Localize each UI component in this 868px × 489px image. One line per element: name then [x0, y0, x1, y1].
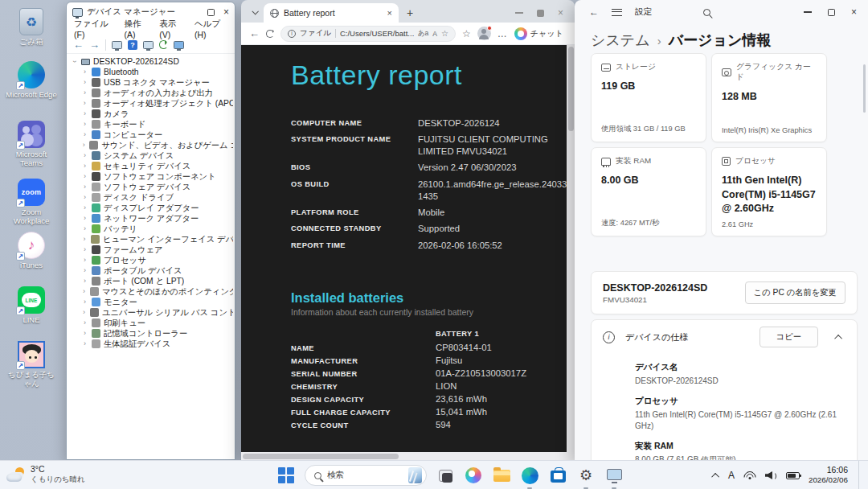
- chevron-right-icon[interactable]: ›: [81, 215, 88, 222]
- help-icon[interactable]: ?: [128, 40, 137, 50]
- scrollbar-thumb[interactable]: [243, 454, 399, 459]
- forward-icon[interactable]: →: [89, 39, 100, 50]
- desktop-icon-recycle-bin[interactable]: ♻ ごみ箱: [5, 8, 58, 47]
- tab-battery-report[interactable]: Battery report ×: [264, 3, 399, 23]
- chevron-expanded-icon[interactable]: ›: [71, 60, 78, 63]
- chevron-right-icon[interactable]: ›: [81, 236, 88, 243]
- info-icon[interactable]: i: [288, 30, 296, 38]
- show-desktop-button[interactable]: [858, 461, 862, 489]
- vertical-scrollbar[interactable]: [567, 45, 575, 452]
- device-category-row[interactable]: › マウスとそのほかのポインティング デバイス: [71, 286, 233, 297]
- scan-hardware-changes-icon[interactable]: [159, 40, 168, 49]
- device-category-row[interactable]: › モニター: [71, 297, 233, 307]
- computer-scan-icon[interactable]: [174, 41, 184, 49]
- device-manager-button[interactable]: [604, 461, 624, 489]
- device-category-row[interactable]: › Bluetooth: [71, 67, 233, 77]
- device-category-row[interactable]: › セキュリティ デバイス: [71, 161, 233, 171]
- device-category-row[interactable]: › サウンド、ビデオ、およびゲーム コントローラー: [71, 140, 233, 150]
- device-category-row[interactable]: › ネットワーク アダプター: [71, 213, 233, 224]
- chevron-right-icon[interactable]: ›: [81, 340, 88, 347]
- show-console-tree-icon[interactable]: [112, 41, 122, 49]
- chevron-right-icon[interactable]: ›: [81, 183, 88, 191]
- menu-item[interactable]: 表示(V): [159, 18, 184, 39]
- device-category-row[interactable]: › オーディオの入力および出力: [71, 88, 233, 98]
- device-category-row[interactable]: › 生体認証デバイス: [71, 339, 233, 349]
- chevron-right-icon[interactable]: ›: [81, 142, 86, 149]
- back-icon[interactable]: ←: [589, 7, 599, 17]
- minimize-button[interactable]: [804, 11, 812, 12]
- tab-close-icon[interactable]: ×: [387, 8, 392, 18]
- device-category-row[interactable]: › オーディオ処理オブジェクト (APO): [71, 98, 233, 109]
- wifi-icon[interactable]: [743, 471, 756, 480]
- close-button[interactable]: ×: [223, 7, 229, 17]
- breadcrumb-system[interactable]: システム: [591, 31, 650, 50]
- hidden-icons-chevron[interactable]: [711, 472, 719, 480]
- device-specifications-header[interactable]: i デバイスの仕様 コピー: [592, 320, 857, 354]
- microsoft-store-button[interactable]: [548, 461, 567, 489]
- chevron-right-icon[interactable]: ›: [81, 246, 88, 253]
- device-tree-root[interactable]: › DESKTOP-2026124SD: [71, 56, 233, 67]
- desktop-icon-edge[interactable]: ↗ Microsoft Edge: [5, 61, 58, 100]
- edge-button[interactable]: [520, 461, 539, 489]
- device-category-row[interactable]: › キーボード: [71, 119, 233, 129]
- maximize-button[interactable]: [537, 10, 544, 17]
- chevron-right-icon[interactable]: ›: [81, 121, 88, 128]
- chevron-right-icon[interactable]: ›: [81, 162, 88, 170]
- translate-icon[interactable]: あa: [418, 29, 428, 39]
- task-view-button[interactable]: [436, 461, 455, 489]
- new-tab-button[interactable]: +: [407, 7, 413, 18]
- menu-item[interactable]: ファイル(F): [74, 18, 114, 39]
- device-category-row[interactable]: › ディスク ドライブ: [71, 192, 233, 203]
- start-button[interactable]: [276, 461, 296, 489]
- device-category-row[interactable]: › システム デバイス: [71, 150, 233, 161]
- settings-more-icon[interactable]: …: [497, 28, 508, 39]
- device-category-row[interactable]: › ポータブル デバイス: [71, 265, 233, 276]
- favorites-bar-icon[interactable]: ☆: [462, 28, 471, 39]
- chevron-right-icon[interactable]: ›: [81, 225, 88, 232]
- horizontal-scrollbar[interactable]: [241, 452, 567, 460]
- favorite-star-icon[interactable]: ☆: [441, 29, 448, 38]
- search-icon[interactable]: [703, 9, 710, 16]
- chevron-right-icon[interactable]: ›: [81, 89, 88, 97]
- settings-button[interactable]: ⚙: [576, 461, 596, 489]
- device-category-row[interactable]: › ソフトウェア コンポーネント: [71, 171, 233, 182]
- maximize-button[interactable]: [207, 9, 215, 16]
- device-category-row[interactable]: › USB コネクタ マネージャー: [71, 77, 233, 88]
- vertical-scrollbar[interactable]: [863, 64, 866, 113]
- collapse-chevron-icon[interactable]: [834, 334, 842, 342]
- chevron-right-icon[interactable]: ›: [81, 173, 88, 180]
- desktop-icon-itunes[interactable]: ♪ ↗ iTunes: [5, 232, 58, 270]
- weather-widget[interactable]: 3°C くもりのち晴れ: [6, 464, 85, 484]
- chevron-right-icon[interactable]: ›: [81, 288, 87, 295]
- refresh-icon[interactable]: [266, 30, 274, 38]
- file-explorer-button[interactable]: [492, 461, 511, 489]
- address-bar[interactable]: i ファイル C:/Users/USER/batt... あa A ☆: [280, 26, 456, 42]
- device-category-row[interactable]: › バッテリ: [71, 224, 233, 234]
- settings-titlebar[interactable]: ← 設定 ×: [575, 0, 868, 24]
- back-icon[interactable]: ←: [249, 28, 260, 39]
- chevron-right-icon[interactable]: ›: [81, 79, 88, 86]
- copy-button[interactable]: コピー: [760, 327, 818, 347]
- desktop-icon-zoom[interactable]: zoom ↗ Zoom Workplace: [5, 179, 58, 226]
- volume-icon[interactable]: [765, 471, 777, 480]
- copilot-button[interactable]: チャット: [514, 27, 563, 40]
- desktop-icon-line[interactable]: LINE ↗ LINE: [5, 286, 58, 325]
- read-aloud-icon[interactable]: A: [432, 30, 437, 38]
- chevron-right-icon[interactable]: ›: [81, 257, 88, 264]
- chevron-right-icon[interactable]: ›: [81, 319, 88, 327]
- chevron-right-icon[interactable]: ›: [81, 194, 88, 201]
- maximize-button[interactable]: [828, 9, 835, 16]
- clock[interactable]: 16:06 2026/02/06: [809, 465, 848, 486]
- device-category-row[interactable]: › ヒューマン インターフェイス デバイス: [71, 234, 233, 244]
- device-category-row[interactable]: › ソフトウェア デバイス: [71, 182, 233, 192]
- device-category-row[interactable]: › コンピューター: [71, 129, 233, 140]
- chevron-right-icon[interactable]: ›: [81, 131, 88, 138]
- chevron-right-icon[interactable]: ›: [81, 267, 88, 274]
- chevron-right-icon[interactable]: ›: [81, 298, 88, 306]
- properties-icon[interactable]: [143, 41, 154, 49]
- menu-item[interactable]: ヘルプ(H): [194, 18, 227, 39]
- rename-pc-button[interactable]: この PC の名前を変更: [745, 281, 845, 304]
- address-url[interactable]: C:/Users/USER/batt...: [340, 29, 414, 38]
- copilot-button[interactable]: [464, 461, 483, 489]
- desktop-icon-teams[interactable]: ↗ Microsoft Teams: [5, 121, 58, 168]
